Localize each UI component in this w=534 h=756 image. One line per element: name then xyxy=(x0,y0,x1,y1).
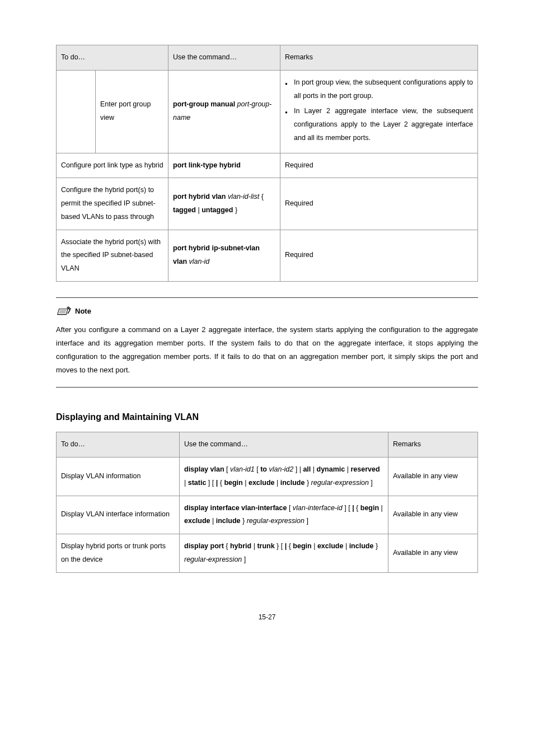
row1-cmd: port-group manual port-group-name xyxy=(168,70,280,153)
row3-cmd: port hybrid vlan vlan-id-list { tagged |… xyxy=(168,178,280,230)
t2-row2-cmd: display interface vlan-interface [ vlan-… xyxy=(180,496,388,534)
row1-col1b: Enter port group view xyxy=(96,70,168,153)
cmd-arg: vlan-id xyxy=(189,258,210,265)
cmd-keyword: port link-type hybrid xyxy=(173,161,241,169)
row3-col1: Configure the hybrid port(s) to permit t… xyxy=(57,178,168,230)
row4-remarks: Required xyxy=(280,230,478,281)
t2-row2-col1: Display VLAN interface information xyxy=(57,496,180,534)
table-row: Display hybrid ports or trunk ports on t… xyxy=(57,534,478,573)
col-todo: To do… xyxy=(57,432,180,458)
table-row: Configure port link type as hybrid port … xyxy=(57,153,478,178)
cmd-keyword: port-group manual xyxy=(173,100,235,108)
cmd-keyword: untagged xyxy=(202,206,233,214)
note-text: After you configure a command on a Layer… xyxy=(56,323,478,377)
row2-remarks: Required xyxy=(280,153,478,178)
remarks-list: In port group view, the subsequent confi… xyxy=(285,76,473,145)
t2-row3-remarks: Available in any view xyxy=(388,534,478,573)
row1-remarks: In port group view, the subsequent confi… xyxy=(280,70,478,153)
section-heading: Displaying and Maintaining VLAN xyxy=(56,410,478,424)
row4-col1: Associate the hybrid port(s) with the sp… xyxy=(57,230,168,281)
table-row: Associate the hybrid port(s) with the sp… xyxy=(57,230,478,281)
table-row: Display VLAN information display vlan [ … xyxy=(57,458,478,496)
row2-cmd: port link-type hybrid xyxy=(168,153,280,178)
col-todo: To do… xyxy=(57,45,168,71)
t2-row3-col1: Display hybrid ports or trunk ports on t… xyxy=(57,534,180,573)
cmd-arg: vlan-id-list xyxy=(228,193,259,200)
col-remarks: Remarks xyxy=(388,432,478,458)
row3-remarks: Required xyxy=(280,178,478,230)
cmd-brace: } xyxy=(233,206,237,214)
cmd-brace: { xyxy=(261,193,264,200)
cmd-keyword: port hybrid vlan xyxy=(173,193,226,200)
t2-row1-cmd: display vlan [ vlan-id1 [ to vlan-id2 ] … xyxy=(180,458,388,496)
table-row: Enter port group view port-group manual … xyxy=(57,70,478,153)
note-label: Note xyxy=(75,306,91,318)
t2-row1-remarks: Available in any view xyxy=(388,458,478,496)
cmd-keyword: port hybrid ip-subnet-vlan vlan xyxy=(173,244,260,265)
table-header-row: To do… Use the command… Remarks xyxy=(57,432,478,458)
table-row: Configure the hybrid port(s) to permit t… xyxy=(57,178,478,230)
page-number: 15-27 xyxy=(56,612,478,623)
row4-cmd: port hybrid ip-subnet-vlan vlan vlan-id xyxy=(168,230,280,281)
t2-row1-col1: Display VLAN information xyxy=(57,458,180,496)
note-icon xyxy=(56,306,72,317)
config-table: To do… Use the command… Remarks Enter po… xyxy=(56,45,478,282)
cmd-pipe: | xyxy=(196,206,202,214)
note-block: Note After you configure a command on a … xyxy=(56,297,478,388)
table-row: Display VLAN interface information displ… xyxy=(57,496,478,534)
col-remarks: Remarks xyxy=(280,45,478,71)
display-table: To do… Use the command… Remarks Display … xyxy=(56,432,478,572)
row2-col1: Configure port link type as hybrid xyxy=(57,153,168,178)
remarks-item: In port group view, the subsequent confi… xyxy=(285,76,473,103)
cmd-keyword: tagged xyxy=(173,206,196,214)
note-header: Note xyxy=(56,306,478,318)
col-cmd: Use the command… xyxy=(168,45,280,71)
t2-row3-cmd: display port { hybrid | trunk } [ | { be… xyxy=(180,534,388,573)
t2-row2-remarks: Available in any view xyxy=(388,496,478,534)
row1-col1a xyxy=(57,70,96,153)
col-cmd: Use the command… xyxy=(180,432,388,458)
remarks-item: In Layer 2 aggregate interface view, the… xyxy=(285,105,473,144)
table-header-row: To do… Use the command… Remarks xyxy=(57,45,478,71)
